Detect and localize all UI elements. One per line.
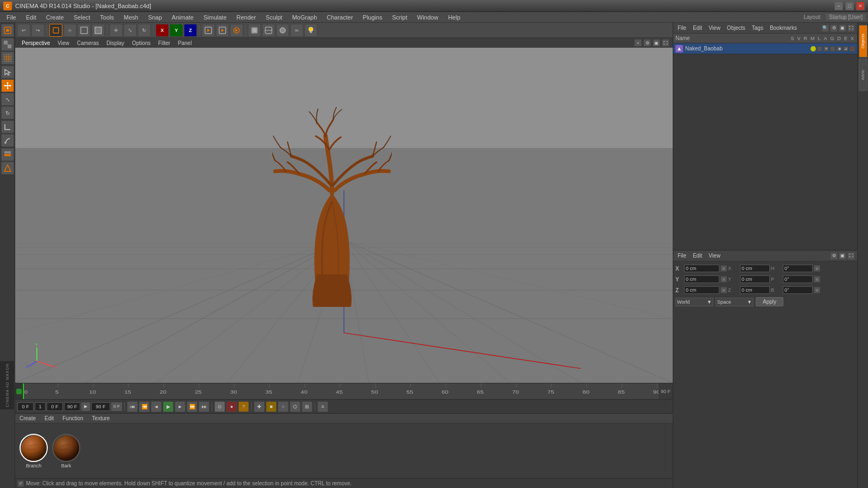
tag-icon1[interactable] bbox=[830, 46, 835, 52]
record-button[interactable]: ● bbox=[226, 401, 237, 412]
om-file-menu[interactable]: File bbox=[675, 24, 688, 31]
menu-window[interactable]: Window bbox=[413, 13, 443, 22]
vp-menu-view[interactable]: View bbox=[54, 40, 73, 47]
render-settings-button[interactable] bbox=[230, 24, 243, 37]
menu-character[interactable]: Character bbox=[322, 13, 357, 22]
menu-select[interactable]: Select bbox=[69, 13, 95, 22]
vp-menu-options[interactable]: Options bbox=[129, 40, 154, 47]
tag-delete[interactable]: ✕ bbox=[850, 46, 855, 52]
mat-menu-create[interactable]: Create bbox=[17, 415, 38, 422]
autokey-button[interactable]: ⊙ bbox=[214, 401, 225, 412]
z-rot-input[interactable] bbox=[740, 286, 770, 294]
points-mode-button[interactable]: ⊹ bbox=[63, 24, 76, 37]
menu-simulate[interactable]: Simulate bbox=[199, 13, 231, 22]
om-edit-menu[interactable]: Edit bbox=[691, 24, 704, 31]
vp-menu-cameras[interactable]: Cameras bbox=[74, 40, 103, 47]
frame-range-start[interactable] bbox=[47, 402, 63, 411]
attr-fullscreen-icon[interactable]: ⛶ bbox=[847, 252, 855, 260]
attr-edit-menu[interactable]: Edit bbox=[691, 252, 704, 259]
menu-tools[interactable]: Tools bbox=[95, 13, 118, 22]
x-pos-input[interactable] bbox=[684, 265, 719, 272]
prev-keyframe-button[interactable]: ◄ bbox=[151, 401, 162, 412]
maximize-button[interactable]: □ bbox=[845, 2, 854, 10]
visibility-dot[interactable] bbox=[810, 46, 816, 52]
solid-view-button[interactable] bbox=[248, 24, 261, 37]
snap-btn[interactable] bbox=[1, 162, 14, 175]
om-objects-menu[interactable]: Objects bbox=[725, 24, 748, 31]
vp-menu-filter[interactable]: Filter bbox=[155, 40, 174, 47]
p-eq-button[interactable]: = bbox=[814, 276, 820, 282]
sidebar-tab-attributes[interactable]: Attrib bbox=[859, 59, 867, 91]
menu-mesh[interactable]: Mesh bbox=[119, 13, 143, 22]
table-row[interactable]: Naked_Baobab ≡ ◈ ⊿ ✕ bbox=[673, 43, 857, 54]
undo-button[interactable]: ↩ bbox=[17, 24, 30, 37]
x-rot-input[interactable] bbox=[740, 265, 770, 272]
goto-start-button[interactable]: ⏮ bbox=[127, 401, 138, 412]
layers-btn[interactable] bbox=[1, 148, 14, 161]
keyframe-input[interactable] bbox=[35, 402, 46, 411]
ik-button[interactable]: ⌬ bbox=[290, 401, 301, 412]
current-frame-input[interactable] bbox=[17, 402, 34, 411]
prev-frame-button[interactable]: ⏪ bbox=[139, 401, 150, 412]
move-tool-button[interactable]: ✛ bbox=[110, 24, 123, 37]
vp-layout-icon[interactable]: ▣ bbox=[653, 39, 660, 47]
mat-menu-function[interactable]: Function bbox=[60, 415, 85, 422]
attr-settings-icon[interactable]: ⚙ bbox=[830, 252, 838, 260]
rotate-btn[interactable]: ↻ bbox=[1, 106, 14, 119]
om-search-icon[interactable]: 🔍 bbox=[821, 24, 829, 32]
y-axis-button[interactable]: Y bbox=[170, 24, 183, 37]
tag-square[interactable] bbox=[817, 46, 822, 52]
timeline-ruler[interactable]: 0 5 10 15 20 25 30 35 40 bbox=[23, 383, 659, 399]
mat-menu-texture[interactable]: Texture bbox=[90, 415, 112, 422]
vp-settings-icon[interactable]: ⚙ bbox=[643, 39, 651, 47]
y-pos-input[interactable] bbox=[684, 275, 719, 283]
om-layout-icon[interactable]: ▣ bbox=[839, 24, 846, 32]
b-eq-button[interactable]: = bbox=[814, 287, 820, 293]
grid-transport-button[interactable]: ⊞ bbox=[302, 401, 312, 412]
om-fullscreen-icon[interactable]: ⛶ bbox=[847, 24, 855, 32]
h-eq-button[interactable]: = bbox=[814, 265, 820, 272]
brush-btn[interactable] bbox=[1, 134, 14, 147]
sidebar-tab-objects[interactable]: Objects bbox=[859, 25, 867, 57]
menu-edit[interactable]: Edit bbox=[22, 13, 41, 22]
frame-range-end[interactable] bbox=[64, 402, 80, 411]
next-keyframe-button[interactable]: ► bbox=[175, 401, 186, 412]
range-expand-button[interactable]: ▶ bbox=[81, 402, 90, 411]
tag-icon2[interactable]: ◈ bbox=[837, 46, 842, 52]
light-button[interactable] bbox=[304, 24, 317, 37]
menu-create[interactable]: Create bbox=[42, 13, 68, 22]
mat-menu-edit[interactable]: Edit bbox=[42, 415, 56, 422]
close-button[interactable]: ✕ bbox=[856, 2, 865, 10]
max-frame-input[interactable] bbox=[91, 402, 110, 411]
checkerboard-btn[interactable] bbox=[1, 38, 14, 51]
b-input[interactable] bbox=[783, 286, 813, 294]
wire-view-button[interactable] bbox=[262, 24, 275, 37]
om-bookmarks-menu[interactable]: Bookmarks bbox=[768, 24, 799, 31]
scale-tool-button[interactable]: ⤡ bbox=[124, 24, 137, 37]
redo-button[interactable]: ↪ bbox=[31, 24, 44, 37]
menu-sculpt[interactable]: Sculpt bbox=[261, 13, 287, 22]
vp-maximize-icon[interactable]: + bbox=[634, 39, 642, 47]
menu-render[interactable]: Render bbox=[232, 13, 260, 22]
z-axis-button[interactable]: Z bbox=[184, 24, 197, 37]
attr-file-menu[interactable]: File bbox=[675, 252, 688, 259]
space-dropdown[interactable]: Space ▼ bbox=[716, 298, 754, 306]
menu-plugins[interactable]: Plugins bbox=[359, 13, 387, 22]
menu-script[interactable]: Script bbox=[388, 13, 412, 22]
polygon-btn[interactable] bbox=[1, 120, 14, 133]
om-tags-menu[interactable]: Tags bbox=[750, 24, 765, 31]
quick-render-button[interactable] bbox=[276, 24, 289, 37]
edge-mode-button[interactable] bbox=[78, 24, 91, 37]
attr-view-menu[interactable]: View bbox=[706, 252, 723, 259]
add-keyframe-button[interactable]: ✚ bbox=[254, 401, 265, 412]
z-eq-button[interactable]: = bbox=[720, 287, 727, 293]
menu-snap[interactable]: Snap bbox=[144, 13, 167, 22]
layout-transport-button[interactable]: ≡ bbox=[317, 401, 328, 412]
play-button[interactable]: ▶ bbox=[163, 401, 174, 412]
render-view-button[interactable] bbox=[202, 24, 215, 37]
glasses-button[interactable]: ∞ bbox=[290, 24, 303, 37]
p-input[interactable] bbox=[783, 275, 813, 283]
x-eq-button[interactable]: = bbox=[720, 265, 727, 272]
select-btn[interactable] bbox=[1, 66, 14, 79]
om-view-menu[interactable]: View bbox=[706, 24, 723, 31]
